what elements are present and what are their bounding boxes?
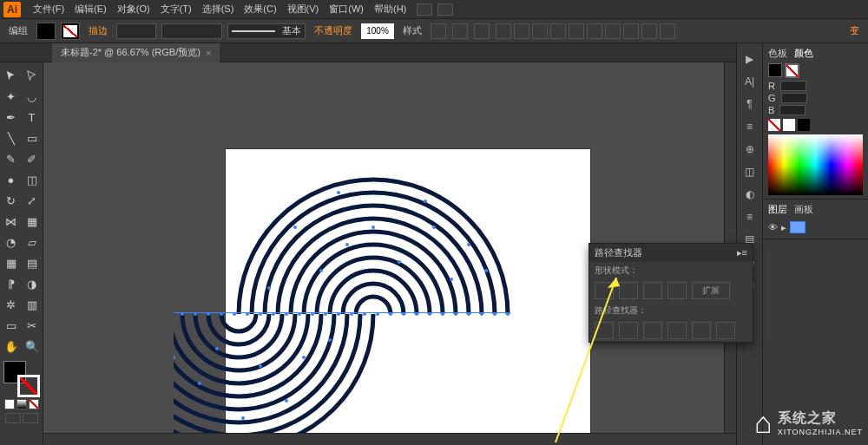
divide-button[interactable]	[595, 322, 614, 339]
scale-tool[interactable]: ⤢	[23, 191, 42, 210]
swatches-tab[interactable]: 色板	[768, 47, 787, 60]
stroke-swatch[interactable]	[61, 23, 80, 40]
layout-button-1[interactable]	[417, 3, 432, 16]
screen-mode-normal[interactable]	[5, 413, 21, 423]
paintbrush-tool[interactable]: ✎	[2, 149, 21, 168]
dist-3-icon[interactable]	[641, 23, 657, 39]
dist-h-icon[interactable]	[605, 23, 621, 39]
menu-edit[interactable]: 编辑(E)	[69, 3, 112, 16]
color-fill-swatch[interactable]	[768, 63, 782, 77]
horizontal-scrollbar[interactable]	[43, 433, 736, 445]
align-panel-icon[interactable]: ≡	[741, 118, 759, 135]
color-mode-solid[interactable]	[4, 399, 15, 409]
pen-tool[interactable]: ✒	[2, 108, 21, 127]
menu-window[interactable]: 窗口(W)	[324, 3, 369, 16]
stroke-profile-dropdown[interactable]	[161, 23, 222, 39]
transform-label[interactable]: 变	[846, 24, 863, 37]
stroke-panel-icon[interactable]: ≡	[741, 208, 759, 226]
layer-expand-icon[interactable]: ▸	[781, 222, 786, 233]
document-tab[interactable]: 未标题-2* @ 66.67% (RGB/预览) ×	[52, 43, 220, 62]
screen-mode-full[interactable]	[23, 413, 38, 423]
magic-wand-tool[interactable]: ✦	[2, 87, 21, 106]
dist-v-icon[interactable]	[623, 23, 639, 39]
align-hcenter-icon[interactable]	[514, 23, 529, 39]
align-bottom-icon[interactable]	[587, 23, 602, 39]
color-tab[interactable]: 颜色	[794, 47, 813, 60]
align-left-icon[interactable]	[496, 23, 511, 39]
rotate-tool[interactable]: ↻	[2, 191, 21, 210]
slice-tool[interactable]: ✂	[23, 316, 42, 335]
panel-menu-icon[interactable]: ▸≡	[737, 247, 747, 258]
para-panel-icon[interactable]: ¶	[741, 95, 759, 113]
exclude-button[interactable]	[667, 282, 687, 299]
stroke-label[interactable]: 描边	[85, 24, 111, 37]
color-stroke-swatch[interactable]	[785, 63, 799, 77]
brush-dropdown[interactable]: 基本	[227, 23, 306, 39]
menu-help[interactable]: 帮助(H)	[369, 3, 411, 16]
layers-tab[interactable]: 图层	[768, 203, 787, 216]
white-swatch[interactable]	[783, 119, 795, 131]
gradient-tool[interactable]: ▤	[23, 253, 42, 272]
fill-stroke-indicator[interactable]	[3, 361, 40, 397]
layout-button-2[interactable]	[437, 3, 453, 16]
expand-button[interactable]: 扩展	[692, 282, 730, 299]
symbol-sprayer-tool[interactable]: ✲	[2, 295, 21, 314]
menu-view[interactable]: 视图(V)	[282, 3, 325, 16]
artwork-spiral[interactable]	[174, 167, 590, 445]
mesh-tool[interactable]: ▦	[2, 253, 21, 272]
transparency-panel-icon[interactable]: ◐	[741, 186, 759, 203]
hand-tool[interactable]: ✋	[2, 337, 21, 356]
eraser-tool[interactable]: ◫	[23, 170, 42, 189]
none-swatch[interactable]	[768, 119, 780, 131]
free-transform-tool[interactable]: ▦	[23, 212, 42, 231]
pencil-tool[interactable]: ✐	[23, 149, 42, 168]
char-panel-icon[interactable]: A|	[741, 73, 759, 90]
direct-selection-tool[interactable]	[23, 66, 42, 85]
menu-effect[interactable]: 效果(C)	[239, 3, 281, 16]
minus-front-button[interactable]	[619, 282, 638, 299]
zoom-tool[interactable]: 🔍	[23, 337, 42, 356]
unite-button[interactable]	[595, 282, 614, 299]
artboard-tool[interactable]: ▭	[2, 316, 21, 335]
perspective-tool[interactable]: ▱	[23, 232, 42, 252]
color-spectrum[interactable]	[768, 134, 863, 195]
visibility-icon[interactable]: 👁	[768, 222, 778, 232]
g-input[interactable]	[781, 93, 807, 103]
pathfinder-panel-icon[interactable]: ◫	[741, 163, 759, 180]
line-tool[interactable]: ╲	[2, 128, 21, 147]
outline-button[interactable]	[692, 322, 711, 339]
crop-button[interactable]	[667, 322, 687, 339]
color-mode-none[interactable]	[29, 399, 39, 409]
stroke-box[interactable]	[17, 375, 40, 397]
align-vcenter-icon[interactable]	[569, 23, 584, 39]
color-mode-gradient[interactable]	[16, 399, 27, 409]
selection-tool[interactable]	[2, 66, 21, 85]
pathfinder-panel[interactable]: 路径查找器 ▸≡ 形状模式： 扩展 路径查找器：	[589, 243, 753, 343]
type-tool[interactable]: T	[23, 108, 42, 127]
close-tab-icon[interactable]: ×	[206, 48, 211, 58]
blend-tool[interactable]: ◑	[23, 274, 42, 293]
rectangle-tool[interactable]: ▭	[23, 128, 42, 147]
play-icon[interactable]: ▶	[741, 50, 759, 68]
menu-select[interactable]: 选择(S)	[197, 3, 240, 16]
opacity-input[interactable]: 100%	[361, 23, 394, 39]
blob-brush-tool[interactable]: ●	[2, 170, 21, 189]
opacity-label[interactable]: 不透明度	[311, 24, 356, 37]
eyedropper-tool[interactable]: ⁋	[2, 274, 21, 293]
menu-file[interactable]: 文件(F)	[28, 3, 69, 16]
minus-back-button[interactable]	[716, 322, 735, 339]
recolor-icon[interactable]	[452, 23, 468, 39]
stroke-weight-dropdown[interactable]	[116, 23, 156, 39]
dist-4-icon[interactable]	[660, 23, 675, 39]
b-input[interactable]	[779, 105, 806, 115]
transform-panel-icon[interactable]: ⊕	[741, 141, 759, 158]
artboards-tab[interactable]: 画板	[794, 203, 813, 216]
menu-object[interactable]: 对象(O)	[112, 3, 155, 16]
lasso-tool[interactable]: ◡	[23, 87, 42, 106]
align-right-icon[interactable]	[532, 23, 548, 39]
doc-setup-icon[interactable]	[474, 23, 490, 39]
r-input[interactable]	[780, 81, 806, 91]
black-swatch[interactable]	[798, 119, 810, 131]
style-swatch[interactable]	[431, 23, 446, 39]
menu-type[interactable]: 文字(T)	[155, 3, 197, 16]
